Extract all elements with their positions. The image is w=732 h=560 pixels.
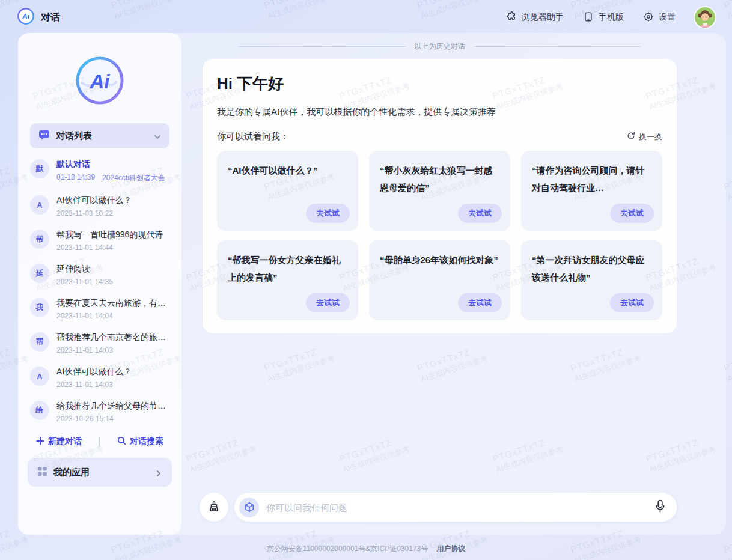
conversation-tag: 2024ccti科创者大会: [102, 173, 165, 183]
conversation-title: AI伙伴可以做什么？: [56, 367, 132, 377]
try-it-button[interactable]: 去试试: [306, 293, 350, 312]
conversation-avatar: 默: [30, 159, 49, 178]
mobile-version-button[interactable]: 手机版: [583, 11, 624, 24]
conversation-item[interactable]: 延 延伸阅读 2023-11-01 14:35: [30, 264, 169, 286]
chat-bubble-icon: [38, 129, 50, 143]
refresh-label: 换一换: [639, 132, 662, 142]
suggestion-grid: “AI伙伴可以做什么？” 去试试 “帮小灰灰给红太狼写一封感恩母爱的信” 去试试…: [217, 151, 662, 320]
composer: [200, 493, 677, 522]
suggestion-card[interactable]: “帮我写一份女方父亲在婚礼上的发言稿” 去试试: [217, 240, 358, 320]
conversation-list: 默 默认对话 01-18 14:39 2024ccti科创者大会 A AI伙伴可…: [30, 159, 169, 435]
app-brand: Ai 对话: [17, 7, 60, 28]
suggestion-card[interactable]: “AI伙伴可以做什么？” 去试试: [217, 151, 358, 231]
conversation-time: 2023-11-01 14:03: [56, 346, 113, 355]
suggestion-card[interactable]: “请作为咨询公司顾问，请针对自动驾驶行业… 去试试: [521, 151, 662, 231]
conversation-item[interactable]: A AI伙伴可以做什么？ 2023-11-01 14:03: [30, 367, 169, 389]
try-it-button[interactable]: 去试试: [610, 204, 654, 223]
new-chat-button[interactable]: 新建对话: [36, 436, 82, 447]
conversation-time: 2023-11-03 10:22: [56, 209, 113, 218]
grid-icon: [37, 466, 47, 479]
top-header: Ai 对话 浏览器助手: [0, 0, 732, 35]
refresh-suggestions-button[interactable]: 换一换: [627, 132, 662, 142]
try-it-button[interactable]: 去试试: [458, 204, 502, 223]
conversation-avatar: A: [30, 195, 49, 215]
suggestion-text: “帮我写一份女方父亲在婚礼上的发言稿”: [228, 251, 347, 287]
icp-beian-text: 京公网安备11000002000001号&京ICP证030173号: [267, 544, 429, 553]
prompt-label: 你可以试着问我：: [217, 131, 289, 142]
conversation-time: 2023-11-01 14:44: [56, 243, 113, 252]
mobile-version-label: 手机版: [599, 12, 624, 23]
welcome-card: Hi 下午好 我是你的专属AI伙伴，我可以根据你的个性化需求，提供专属决策推荐 …: [203, 59, 677, 333]
suggestion-text: “母胎单身26年该如何找对象”: [380, 251, 499, 269]
microphone-button[interactable]: [654, 499, 666, 515]
suggestion-card[interactable]: “第一次拜访女朋友的父母应该送什么礼物” 去试试: [521, 240, 662, 320]
svg-text:Ai: Ai: [22, 13, 30, 21]
message-input-pill: [234, 493, 677, 522]
conversation-item[interactable]: 帮 帮我写一首吐槽996的现代诗 2023-11-01 14:44: [30, 230, 169, 252]
conversation-time: 01-18 14:39: [56, 173, 95, 183]
suggestion-card[interactable]: “帮小灰灰给红太狼写一封感恩母爱的信” 去试试: [369, 151, 510, 231]
footer: 京公网安备11000002000001号&京ICP证030173号用户协议: [0, 544, 732, 554]
conversation-title: AI伙伴可以做什么？: [56, 195, 132, 206]
microphone-icon: [654, 499, 666, 515]
conversation-time: 2023-11-01 14:04: [56, 312, 113, 320]
divider: [99, 437, 100, 446]
conversation-avatar: 我: [30, 298, 49, 317]
conversation-time: 2023-11-01 14:35: [56, 278, 113, 286]
broom-icon: [207, 500, 221, 515]
new-chat-label: 新建对话: [48, 436, 82, 447]
suggestion-card[interactable]: “母胎单身26年该如何找对象” 去试试: [369, 240, 510, 320]
conversation-list-label: 对话列表: [56, 130, 92, 142]
conversation-time: 2023-10-26 15:14: [56, 415, 114, 423]
suggestion-text: “帮小灰灰给红太狼写一封感恩母爱的信”: [380, 162, 499, 197]
search-icon: [117, 436, 126, 447]
my-apps-label: 我的应用: [53, 467, 90, 478]
greeting-intro: 我是你的专属AI伙伴，我可以根据你的个性化需求，提供专属决策推荐: [217, 106, 662, 118]
conversation-avatar: A: [30, 367, 49, 386]
plus-icon: [36, 437, 44, 447]
ai-logo-large: Ai: [18, 56, 181, 108]
conversation-list-toggle[interactable]: 对话列表: [30, 123, 169, 148]
page-title: 对话: [41, 11, 60, 24]
history-divider-label: 以上为历史对话: [415, 41, 465, 52]
sidebar-actions: 新建对话 对话搜索: [18, 435, 181, 447]
header-nav: 浏览器助手 手机版 设: [506, 7, 715, 28]
conversation-item[interactable]: 帮 帮我推荐几个南京著名的旅… 2023-11-01 14:03: [30, 332, 169, 355]
try-it-button[interactable]: 去试试: [458, 293, 502, 312]
conversation-time: 2023-11-01 14:03: [56, 380, 113, 389]
browser-assistant-label: 浏览器助手: [522, 12, 564, 23]
conversation-title: 给我推荐几个送给父母的节…: [56, 401, 166, 412]
try-it-button[interactable]: 去试试: [610, 293, 654, 312]
conversation-title: 我要在夏天去云南旅游，有…: [56, 298, 166, 309]
my-apps-button[interactable]: 我的应用: [28, 458, 172, 487]
browser-assistant-button[interactable]: 浏览器助手: [506, 11, 564, 24]
gear-icon: [643, 11, 654, 24]
chat-search-button[interactable]: 对话搜索: [117, 436, 163, 447]
chat-search-label: 对话搜索: [130, 436, 163, 447]
svg-text:Ai: Ai: [89, 70, 110, 93]
suggestion-text: “第一次拜访女朋友的父母应该送什么礼物”: [532, 251, 651, 287]
conversation-title: 延伸阅读: [56, 264, 113, 275]
sidebar: Ai 对话列表: [18, 33, 181, 535]
suggestion-text: “AI伙伴可以做什么？”: [228, 162, 347, 179]
settings-button[interactable]: 设置: [643, 11, 676, 24]
puzzle-icon: [506, 11, 517, 24]
conversation-item[interactable]: A AI伙伴可以做什么？ 2023-11-03 10:22: [30, 195, 169, 218]
conversation-item[interactable]: 给 给我推荐几个送给父母的节… 2023-10-26 15:14: [30, 401, 169, 423]
conversation-title: 帮我推荐几个南京著名的旅…: [56, 332, 166, 343]
conversation-item[interactable]: 我 我要在夏天去云南旅游，有… 2023-11-01 14:04: [30, 298, 169, 320]
phone-icon: [583, 11, 594, 24]
assistant-cube-icon[interactable]: [239, 498, 259, 517]
user-avatar[interactable]: [695, 7, 715, 28]
conversation-avatar: 帮: [30, 230, 49, 249]
conversation-item[interactable]: 默 默认对话 01-18 14:39 2024ccti科创者大会: [30, 159, 169, 183]
conversation-avatar: 给: [30, 401, 49, 420]
message-input[interactable]: [266, 502, 647, 513]
conversation-avatar: 延: [30, 264, 49, 283]
suggestion-text: “请作为咨询公司顾问，请针对自动驾驶行业…: [532, 162, 651, 197]
clear-context-button[interactable]: [200, 493, 228, 522]
try-it-button[interactable]: 去试试: [306, 204, 350, 223]
conversation-avatar: 帮: [30, 332, 49, 352]
body-layout: Ai 对话列表: [18, 33, 726, 560]
user-agreement-link[interactable]: 用户协议: [436, 544, 465, 553]
